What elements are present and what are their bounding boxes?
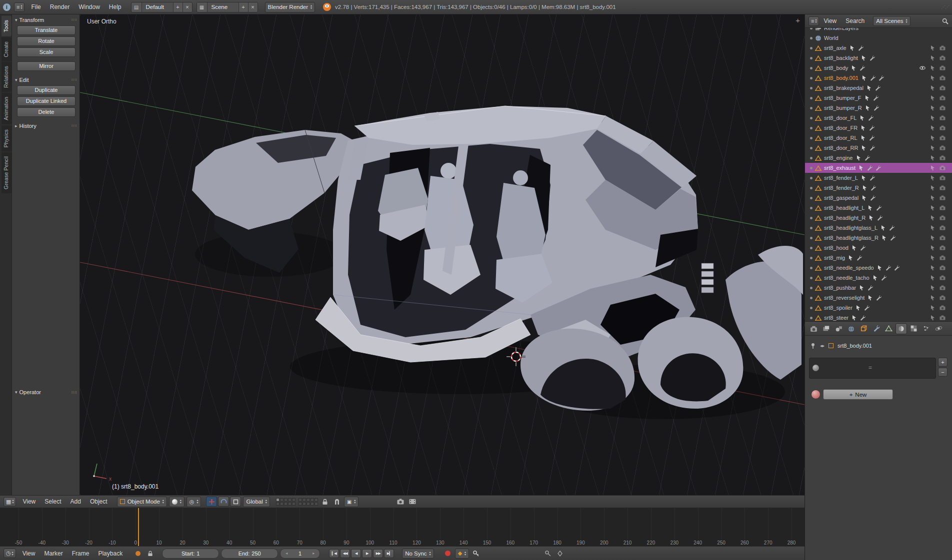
viewport-3d[interactable]: x User Ortho (1) srt8_body.001 + xyxy=(80,14,804,495)
outliner-row[interactable]: srt8_door_RR xyxy=(805,143,952,153)
object-name[interactable]: srt8_spoiler xyxy=(824,305,852,311)
wrench-icon[interactable] xyxy=(866,165,872,171)
expand-dot-icon[interactable] xyxy=(810,157,812,159)
properties-tab-render-layers[interactable] xyxy=(820,323,832,334)
cursor-icon[interactable] xyxy=(860,55,866,61)
jump-to-start-button[interactable]: ▎◀ xyxy=(329,549,339,558)
object-name[interactable]: srt8_bumper_F xyxy=(824,95,862,101)
outliner-row[interactable]: srt8_reverselight xyxy=(805,293,952,303)
timeline-menu-marker[interactable]: Marker xyxy=(40,550,67,557)
outliner-row[interactable]: RenderLayers xyxy=(805,27,952,33)
outliner-row[interactable]: srt8_door_RL xyxy=(805,133,952,143)
sync-mode-selector[interactable]: No Sync ▴▾ xyxy=(402,549,434,559)
restrict-render-icon[interactable] xyxy=(940,285,946,291)
scenes-filter-selector[interactable]: All Scenes ▴▾ xyxy=(873,16,910,26)
restrict-render-icon[interactable] xyxy=(940,45,946,51)
restrict-select-icon[interactable] xyxy=(930,175,936,181)
cursor-icon[interactable] xyxy=(851,315,857,321)
cursor-icon[interactable] xyxy=(860,175,866,181)
layer-toggle[interactable] xyxy=(292,498,296,502)
end-frame-field[interactable]: End: 250 xyxy=(221,549,278,559)
wrench-icon[interactable] xyxy=(874,85,880,91)
expand-dot-icon[interactable] xyxy=(810,117,812,119)
outliner-row[interactable]: srt8_backlight xyxy=(805,53,952,63)
shelf-tab-animation[interactable]: Animation xyxy=(2,93,12,124)
editor-type-timeline-button[interactable]: ◷ ▴▾ xyxy=(4,549,16,558)
restrict-select-icon[interactable] xyxy=(930,185,936,191)
wrench-icon[interactable] xyxy=(868,125,874,131)
decrement-arrow-icon[interactable]: ◂ xyxy=(286,551,288,556)
editor-type-3dview-button[interactable]: ▦ ▴▾ xyxy=(4,497,16,507)
snap-magnet-icon[interactable] xyxy=(332,497,342,507)
restrict-render-icon[interactable] xyxy=(940,245,946,251)
expand-dot-icon[interactable] xyxy=(810,127,812,129)
panel-grip-icon[interactable]: ⠶⠶ xyxy=(71,17,80,22)
layer-toggle[interactable] xyxy=(310,498,314,502)
cursor-icon[interactable] xyxy=(867,205,873,211)
object-name[interactable]: srt8_door_FL xyxy=(824,115,856,121)
object-name[interactable]: srt8_headlightglass_R xyxy=(824,235,878,241)
layer-toggle[interactable] xyxy=(298,498,302,502)
wrench-icon[interactable] xyxy=(894,265,900,271)
wrench-icon[interactable] xyxy=(869,145,875,151)
expand-dot-icon[interactable] xyxy=(810,287,812,289)
object-name[interactable]: srt8_exhaust xyxy=(824,165,856,171)
expand-dot-icon[interactable] xyxy=(810,137,812,139)
expand-dot-icon[interactable] xyxy=(810,217,812,219)
outliner-row[interactable]: srt8_headlightglass_R xyxy=(805,233,952,243)
scene-name[interactable]: Scene xyxy=(208,4,238,10)
outliner-row[interactable]: srt8_bumper_R xyxy=(805,103,952,113)
restrict-render-icon[interactable] xyxy=(940,255,946,261)
viewport-shading-selector[interactable]: ▴▾ xyxy=(169,497,184,507)
restrict-select-icon[interactable] xyxy=(930,155,936,161)
object-name[interactable]: srt8_headlightglass_L xyxy=(824,225,878,231)
outliner-row[interactable]: srt8_pushbar xyxy=(805,283,952,293)
restrict-select-icon[interactable] xyxy=(930,315,936,321)
properties-tab-material[interactable] xyxy=(896,323,907,334)
restrict-select-icon[interactable] xyxy=(930,115,936,121)
delete-button[interactable]: Delete xyxy=(17,107,76,117)
restrict-render-icon[interactable] xyxy=(940,135,946,141)
new-material-button[interactable]: + New xyxy=(823,389,893,400)
view3d-menu-object[interactable]: Object xyxy=(86,498,112,505)
properties-tab-texture[interactable] xyxy=(908,323,920,334)
topbar-menu-file[interactable]: File xyxy=(26,3,45,10)
outliner-row[interactable]: srt8_body xyxy=(805,63,952,73)
wrench-icon[interactable] xyxy=(859,65,865,71)
previous-keyframe-button[interactable]: ◀◀ xyxy=(340,549,350,558)
layer-toggle[interactable] xyxy=(276,498,280,502)
mode-selector[interactable]: Object Mode ▴▾ xyxy=(117,497,167,507)
properties-tab-render[interactable] xyxy=(808,323,820,334)
duplicate-button[interactable]: Duplicate xyxy=(17,85,76,95)
restrict-select-icon[interactable] xyxy=(930,265,936,271)
restrict-select-icon[interactable] xyxy=(930,45,936,51)
view3d-menu-view[interactable]: View xyxy=(18,498,40,505)
shelf-tab-physics[interactable]: Physics xyxy=(2,125,12,151)
timeline-menu-frame[interactable]: Frame xyxy=(68,550,94,557)
cursor-icon[interactable] xyxy=(848,255,854,261)
wrench-icon[interactable] xyxy=(890,235,896,241)
object-name[interactable]: srt8_door_RR xyxy=(824,145,858,151)
object-name[interactable]: srt8_body.001 xyxy=(824,75,858,81)
restrict-render-icon[interactable] xyxy=(940,235,946,241)
expand-dot-icon[interactable] xyxy=(810,317,812,319)
wrench-icon[interactable] xyxy=(873,105,879,111)
restrict-render-icon[interactable] xyxy=(940,55,946,61)
translate-button[interactable]: Translate xyxy=(17,25,76,35)
panel-header-history[interactable]: ▸History⠶⠶ xyxy=(12,120,80,131)
start-frame-field[interactable]: Start: 1 xyxy=(162,549,219,559)
wrench-icon[interactable] xyxy=(876,295,882,301)
wrench-icon[interactable] xyxy=(875,165,881,171)
car-model[interactable] xyxy=(192,106,803,419)
layer-toggle[interactable] xyxy=(310,502,314,506)
expand-dot-icon[interactable] xyxy=(810,57,812,59)
restrict-render-icon[interactable] xyxy=(940,75,946,81)
shelf-tab-relations[interactable]: Relations xyxy=(2,62,12,92)
object-name[interactable]: srt8_gaspedal xyxy=(824,195,858,201)
expand-dot-icon[interactable] xyxy=(810,237,812,239)
expand-dot-icon[interactable] xyxy=(810,257,812,259)
object-name[interactable]: srt8_headlight_R xyxy=(824,215,866,221)
delete-keyframe-icon[interactable] xyxy=(543,549,553,559)
outliner-row[interactable]: srt8_mig xyxy=(805,253,952,263)
expand-dot-icon[interactable] xyxy=(810,167,812,169)
